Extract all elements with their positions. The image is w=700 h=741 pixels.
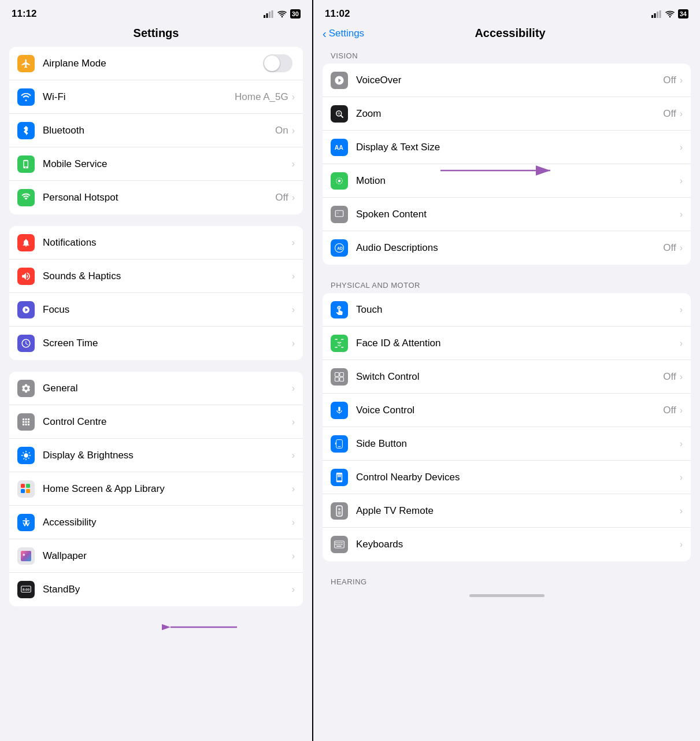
general-row[interactable]: General › [9,372,303,405]
svg-rect-17 [654,13,655,18]
airplane-row[interactable]: Airplane Mode [9,47,303,80]
controlnearby-row[interactable]: Control Nearby Devices › [323,461,691,494]
screentime-chevron: › [292,338,295,349]
switchcontrol-icon [331,368,348,386]
wallpaper-icon [17,547,35,565]
right-nav-title: Accessibility [364,27,656,40]
right-panel: 11:02 34 ‹ Settings Access [313,0,700,741]
zoom-label: Zoom [356,108,663,120]
display-row[interactable]: Display & Brightness › [9,439,303,472]
appletvremote-icon [331,502,348,520]
bluetooth-value: On [275,125,288,136]
standby-row[interactable]: 8:00 StandBy › [9,573,303,606]
home-indicator-area [323,590,691,606]
spokencontent-row[interactable]: "" Spoken Content › [323,198,691,231]
hotspot-value: Off [275,192,288,203]
focus-row[interactable]: Focus › [9,293,303,327]
screentime-label: Screen Time [43,338,292,349]
motion-row[interactable]: Motion › [323,164,691,198]
svg-rect-3 [271,10,273,18]
accessibility-chevron: › [292,517,295,528]
focus-label: Focus [43,304,292,316]
airplane-icon [17,55,35,72]
notifications-row[interactable]: Notifications › [9,226,303,260]
svg-rect-54 [339,542,340,543]
wallpaper-row[interactable]: Wallpaper › [9,539,303,573]
svg-rect-43 [340,377,344,381]
voicecontrol-row[interactable]: Voice Control Off › [323,394,691,427]
svg-rect-1 [266,13,268,18]
homescreen-row[interactable]: Home Screen & App Library › [9,472,303,506]
touch-chevron: › [680,305,683,315]
sounds-chevron: › [292,271,295,281]
right-nav: ‹ Settings Accessibility [313,24,700,47]
mobile-row[interactable]: Mobile Service › [9,147,303,181]
keyboards-row[interactable]: Keyboards › [323,528,691,561]
svg-rect-55 [341,542,342,543]
faceid-row[interactable]: Face ID & Attention › [323,327,691,360]
keyboards-label: Keyboards [356,539,680,550]
faceid-label: Face ID & Attention [356,338,680,349]
left-nav-title: Settings [0,24,312,47]
svg-point-38 [340,342,341,343]
standby-label: StandBy [43,584,292,595]
sidebutton-chevron: › [680,439,683,449]
zoom-row[interactable]: Zoom Off › [323,97,691,131]
bluetooth-chevron: › [292,125,295,136]
screentime-row[interactable]: Screen Time › [9,327,303,360]
controlnearby-icon [331,469,348,486]
homescreen-label: Home Screen & App Library [43,483,292,495]
homescreen-chevron: › [292,484,295,494]
displaytextsize-row[interactable]: AA Display & Text Size › [323,131,691,164]
sidebutton-row[interactable]: Side Button › [323,427,691,461]
system2-group: General › Control Centre › Display & Bri… [9,372,303,606]
zoom-icon [331,105,348,123]
spokencontent-label: Spoken Content [356,209,680,220]
voicecontrol-value: Off [663,405,676,416]
homescreen-icon [17,480,35,498]
svg-rect-10 [21,551,31,561]
bluetooth-row[interactable]: Bluetooth On › [9,114,303,147]
appletvremote-row[interactable]: Apple TV Remote › [323,494,691,528]
switchcontrol-value: Off [663,371,676,383]
hotspot-label: Personal Hotspot [43,192,275,203]
voiceover-row[interactable]: VoiceOver Off › [323,64,691,97]
back-button[interactable]: ‹ Settings [323,28,364,39]
zoom-chevron: › [680,109,683,119]
faceid-chevron: › [680,338,683,349]
svg-rect-58 [339,544,340,545]
sounds-row[interactable]: Sounds & Haptics › [9,260,303,293]
motion-label: Motion [356,175,680,187]
svg-point-9 [25,518,27,520]
accessibility-row[interactable]: Accessibility › [9,506,303,539]
svg-text:AA: AA [335,143,344,150]
hearing-section-header: HEARING [323,573,691,590]
wifi-row[interactable]: Wi-Fi Home A_5G › [9,80,303,114]
notifications-chevron: › [292,238,295,248]
controlnearby-chevron: › [680,472,683,483]
svg-rect-56 [335,544,336,545]
right-wifi-status-icon [665,10,675,18]
wifi-chevron: › [292,92,295,102]
vision-group: VoiceOver Off › Zoom Off › AA Display & … [323,64,691,265]
airplane-toggle[interactable] [263,54,292,72]
display-icon [17,447,35,464]
right-signal-icon [651,10,662,18]
switchcontrol-row[interactable]: Switch Control Off › [323,360,691,394]
svg-point-37 [338,342,339,343]
svg-point-11 [23,553,25,555]
wallpaper-chevron: › [292,551,295,561]
touch-row[interactable]: Touch › [323,293,691,327]
sounds-icon [17,268,35,285]
right-time: 11:02 [325,8,350,20]
wallpaper-label: Wallpaper [43,550,292,562]
audiodesc-row[interactable]: AD Audio Descriptions Off › [323,231,691,265]
svg-rect-40 [335,372,339,376]
focus-icon [17,301,35,318]
controlcentre-row[interactable]: Control Centre › [9,405,303,439]
hotspot-row[interactable]: Personal Hotspot Off › [9,181,303,214]
right-battery-icon: 34 [678,9,688,18]
voiceover-value: Off [663,75,676,86]
sounds-label: Sounds & Haptics [43,271,292,282]
physical-section-header: PHYSICAL AND MOTOR [323,276,691,293]
